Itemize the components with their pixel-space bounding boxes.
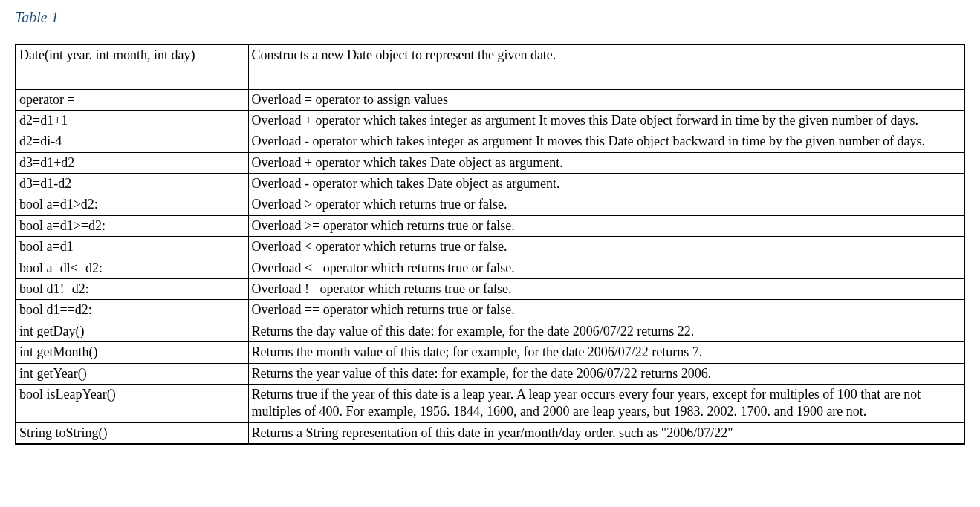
table-row: d3=d1-d2Overload - operator which takes … bbox=[16, 174, 964, 194]
table-cell-description: Overload + operator which takes integer … bbox=[248, 110, 964, 131]
table-row: bool a=d1>=d2:Overload >= operator which… bbox=[16, 215, 964, 236]
table-cell-signature: bool a=d1>=d2: bbox=[16, 215, 248, 236]
table-cell-signature: bool isLeapYear() bbox=[16, 384, 248, 422]
table-cell-description: Overload > operator which returns true o… bbox=[248, 194, 964, 215]
table-cell-signature: d3=d1+d2 bbox=[16, 152, 248, 173]
table-cell-description: Overload <= operator which returns true … bbox=[248, 258, 964, 278]
table-cell-signature: bool d1==d2: bbox=[16, 300, 248, 321]
table-cell-description: Returns the month value of this date; fo… bbox=[248, 342, 964, 363]
table-cell-signature: bool a=d1>d2: bbox=[16, 194, 248, 215]
table-cell-signature: operator = bbox=[16, 89, 248, 110]
table-row: bool d1!=d2:Overload != operator which r… bbox=[16, 279, 964, 300]
table-row: operator =Overload = operator to assign … bbox=[16, 89, 964, 110]
table-body: Date(int year. int month, int day)Constr… bbox=[16, 45, 964, 444]
table-cell-description: Overload = operator to assign values bbox=[248, 89, 964, 110]
table-cell-signature: bool a=dl<=d2: bbox=[16, 258, 248, 278]
table-cell-description: Overload - operator which takes Date obj… bbox=[248, 174, 964, 194]
table-row: bool a=d1Overload < operator which retur… bbox=[16, 237, 964, 258]
table-row: Date(int year. int month, int day)Constr… bbox=[16, 45, 964, 89]
table-row: d2=di-4Overload - operator which takes i… bbox=[16, 131, 964, 152]
table-cell-signature: int getYear() bbox=[16, 363, 248, 384]
table-cell-description: Overload < operator which returns true o… bbox=[248, 237, 964, 258]
table-row: int getDay()Returns the day value of thi… bbox=[16, 321, 964, 341]
table-cell-signature: bool d1!=d2: bbox=[16, 279, 248, 300]
table-row: String toString()Returns a String repres… bbox=[16, 422, 964, 444]
table-row: bool a=d1>d2:Overload > operator which r… bbox=[16, 194, 964, 215]
data-table: Date(int year. int month, int day)Constr… bbox=[15, 44, 965, 445]
table-cell-description: Overload >= operator which returns true … bbox=[248, 215, 964, 236]
table-cell-description: Overload == operator which returns true … bbox=[248, 300, 964, 321]
table-cell-description: Returns the year value of this date: for… bbox=[248, 363, 964, 384]
table-cell-signature: String toString() bbox=[16, 422, 248, 444]
table-cell-description: Constructs a new Date object to represen… bbox=[248, 45, 964, 89]
table-cell-signature: int getMonth() bbox=[16, 342, 248, 363]
table-cell-description: Returns true if the year of this date is… bbox=[248, 384, 964, 422]
table-row: bool isLeapYear()Returns true if the yea… bbox=[16, 384, 964, 422]
table-cell-signature: Date(int year. int month, int day) bbox=[16, 45, 248, 89]
table-cell-signature: bool a=d1 bbox=[16, 237, 248, 258]
table-cell-description: Returns a String representation of this … bbox=[248, 422, 964, 444]
table-title: Table 1 bbox=[15, 9, 965, 26]
table-cell-signature: d2=di-4 bbox=[16, 131, 248, 152]
table-cell-description: Returns the day value of this date: for … bbox=[248, 321, 964, 341]
table-row: d3=d1+d2Overload + operator which takes … bbox=[16, 152, 964, 173]
table-row: d2=d1+1Overload + operator which takes i… bbox=[16, 110, 964, 131]
table-row: int getMonth()Returns the month value of… bbox=[16, 342, 964, 363]
table-cell-description: Overload - operator which takes integer … bbox=[248, 131, 964, 152]
table-cell-description: Overload + operator which takes Date obj… bbox=[248, 152, 964, 173]
table-cell-signature: d3=d1-d2 bbox=[16, 174, 248, 194]
table-row: bool a=dl<=d2:Overload <= operator which… bbox=[16, 258, 964, 278]
table-cell-description: Overload != operator which returns true … bbox=[248, 279, 964, 300]
table-cell-signature: d2=d1+1 bbox=[16, 110, 248, 131]
table-row: bool d1==d2:Overload == operator which r… bbox=[16, 300, 964, 321]
table-row: int getYear()Returns the year value of t… bbox=[16, 363, 964, 384]
table-cell-signature: int getDay() bbox=[16, 321, 248, 341]
